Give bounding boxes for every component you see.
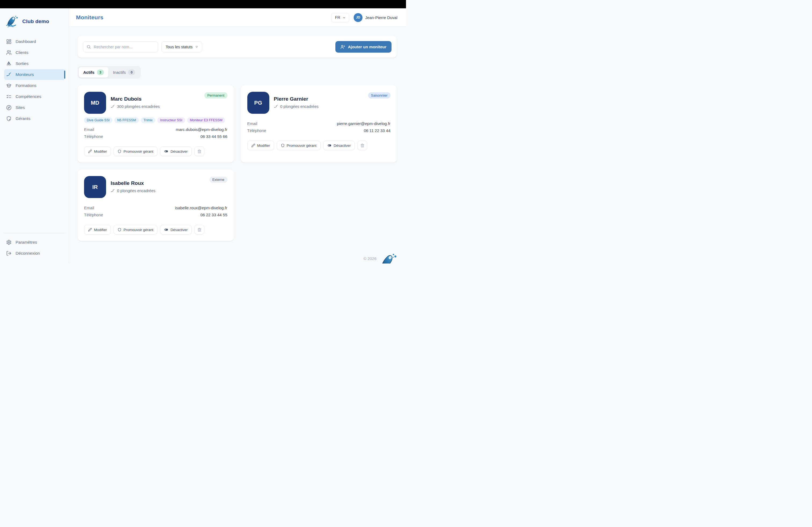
promote-manager-button[interactable]: Promouvoir gérant <box>114 225 157 235</box>
promote-manager-button[interactable]: Promouvoir gérant <box>277 140 321 150</box>
sidebar-item-competences[interactable]: Compétences <box>4 91 65 102</box>
sailboat-icon <box>6 61 12 66</box>
tab-count-badge: 3 <box>97 70 104 75</box>
contact-info: Email marc.dubois@epm-divelog.fr Télépho… <box>84 127 228 139</box>
sidebar-item-label: Gérants <box>16 116 30 121</box>
edit-button[interactable]: Modifier <box>84 225 111 235</box>
monitor-dives-line: 300 plongées encadrées <box>111 104 160 109</box>
app-screen: Club demo Dashboard <box>0 0 406 264</box>
sidebar-item-parametres[interactable]: Paramètres <box>4 237 65 248</box>
tab-label: Actifs <box>83 70 95 75</box>
dashboard-icon <box>6 39 12 44</box>
trash-icon <box>197 228 201 232</box>
language-value: FR <box>335 15 340 19</box>
gear-icon <box>6 240 12 245</box>
sidebar-item-deconnexion[interactable]: Déconnexion <box>4 248 65 259</box>
window-top-bar <box>0 0 406 8</box>
sidebar-item-label: Sites <box>16 105 25 110</box>
deactivate-button[interactable]: Désactiver <box>160 225 192 235</box>
monitor-head-texts: Isabelle Roux 0 plongées encadrées <box>111 176 156 198</box>
add-monitor-label: Ajouter un moniteur <box>348 45 387 49</box>
status-badge: Saisonnier <box>368 92 390 99</box>
certification-badge: Dive Guide SSI <box>84 117 112 123</box>
certification-badge: Instructeur SSI <box>157 117 185 123</box>
sidebar-item-label: Formations <box>16 83 37 88</box>
page-content: Tous les statuts Ajouter un moniteu <box>69 27 406 241</box>
phone-value: 06 33 44 55 66 <box>200 134 227 139</box>
sidebar-item-sorties[interactable]: Sorties <box>4 58 65 69</box>
search-input[interactable] <box>94 45 155 49</box>
copyright-text: © 2026 <box>363 256 376 261</box>
email-label: Email <box>84 206 94 210</box>
graduation-cap-icon <box>6 83 12 88</box>
monitor-card: Externe IR Isabelle Roux <box>77 169 234 241</box>
search-icon <box>86 45 91 49</box>
page-header: Moniteurs FR JD Jean-Pierre Duval <box>69 8 406 27</box>
deactivate-button[interactable]: Désactiver <box>160 147 192 156</box>
chevron-down-icon <box>195 45 199 48</box>
header-right: FR JD Jean-Pierre Duval <box>331 13 397 22</box>
monitor-avatar: IR <box>84 176 106 198</box>
shield-user-icon <box>6 116 12 121</box>
sidebar-item-formations[interactable]: Formations <box>4 80 65 91</box>
sidebar-nav: Dashboard Clients <box>0 36 69 124</box>
certification-badges: Dive Guide SSI N5 FFESSM Trimix Instruct… <box>84 117 228 123</box>
add-monitor-button[interactable]: Ajouter un moniteur <box>335 41 392 52</box>
sidebar-item-sites[interactable]: Sites <box>4 102 65 113</box>
promote-manager-button[interactable]: Promouvoir gérant <box>114 147 157 156</box>
diving-fin-logo <box>5 15 19 28</box>
email-value: pierre.garnier@epm-divelog.fr <box>337 121 390 126</box>
sidebar-item-label: Paramètres <box>16 240 37 245</box>
edit-label: Modifier <box>94 228 107 232</box>
deactivate-label: Désactiver <box>334 144 351 148</box>
pencil-icon <box>251 144 255 147</box>
monitor-head-texts: Pierre Garnier 0 plongées encadrées <box>274 92 319 114</box>
search-box[interactable] <box>83 41 158 52</box>
delete-button[interactable] <box>358 140 367 150</box>
delete-button[interactable] <box>194 147 204 156</box>
compass-icon <box>6 105 12 110</box>
email-row: Email pierre.garnier@epm-divelog.fr <box>247 121 391 126</box>
sidebar-item-moniteurs[interactable]: Moniteurs <box>4 69 65 80</box>
sidebar-item-dashboard[interactable]: Dashboard <box>4 36 65 47</box>
tab-actifs[interactable]: Actifs 3 <box>79 67 108 77</box>
phone-value: 06 22 33 44 55 <box>200 212 227 217</box>
sidebar-item-gerants[interactable]: Gérants <box>4 113 65 124</box>
language-selector[interactable]: FR <box>331 13 349 22</box>
diver-icon <box>111 104 115 109</box>
diver-icon <box>6 72 12 77</box>
logout-icon <box>6 251 12 256</box>
page-title: Moniteurs <box>76 14 103 21</box>
phone-row: Téléphone 06 22 33 44 55 <box>84 212 228 217</box>
trash-icon <box>197 149 201 153</box>
main-area: Moniteurs FR JD Jean-Pierre Duval <box>69 8 406 264</box>
delete-button[interactable] <box>194 225 204 235</box>
shield-icon <box>118 149 121 153</box>
certification-badge: Moniteur E3 FFESSM <box>187 117 225 123</box>
edit-label: Modifier <box>257 144 270 148</box>
sidebar-item-label: Moniteurs <box>16 72 34 77</box>
sidebar-item-label: Compétences <box>16 94 41 99</box>
status-tabs: Actifs 3 Inactifs 0 <box>77 66 141 79</box>
email-label: Email <box>84 127 94 132</box>
promote-label: Promouvoir gérant <box>124 149 153 153</box>
deactivate-button[interactable]: Désactiver <box>323 140 355 150</box>
status-badge: Permanent <box>204 92 228 99</box>
user-menu[interactable]: JD Jean-Pierre Duval <box>354 13 397 22</box>
edit-button[interactable]: Modifier <box>84 147 111 156</box>
brand: Club demo <box>0 15 69 28</box>
sidebar-item-label: Sorties <box>16 61 28 66</box>
sidebar-spacer <box>0 124 69 233</box>
email-row: Email marc.dubois@epm-divelog.fr <box>84 127 228 132</box>
edit-button[interactable]: Modifier <box>247 140 274 150</box>
sidebar-item-label: Dashboard <box>16 39 36 44</box>
pencil-icon <box>88 149 92 153</box>
tab-inactifs[interactable]: Inactifs 0 <box>108 67 140 77</box>
email-row: Email isabelle.roux@epm-divelog.fr <box>84 206 228 210</box>
status-filter-select[interactable]: Tous les statuts <box>161 41 202 52</box>
sidebar-item-clients[interactable]: Clients <box>4 47 65 58</box>
user-name: Jean-Pierre Duval <box>365 15 397 20</box>
diver-icon <box>274 104 278 109</box>
monitor-dives-line: 0 plongées encadrées <box>274 104 319 109</box>
email-label: Email <box>247 121 258 126</box>
